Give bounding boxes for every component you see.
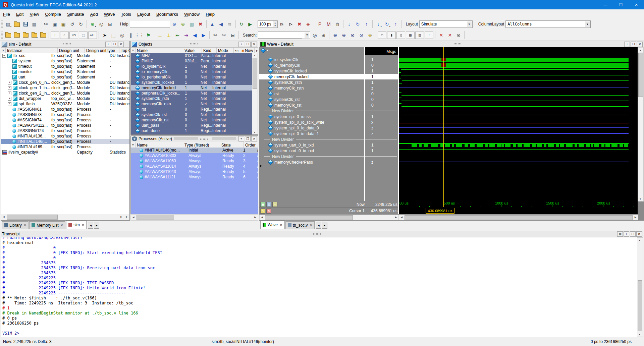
wave-signal-row[interactable]: system_spi_0_io_data_1z [259, 131, 398, 136]
zoom-full-icon[interactable]: ⊗ [348, 31, 357, 39]
sim-tree-row[interactable]: #INITIAL#146(...tb_soc(fast)Process- [1, 139, 129, 144]
save-icon[interactable] [21, 20, 30, 28]
sim-tree-row[interactable]: #INITIAL#169...tb_soc(fast)Process- [1, 144, 129, 150]
compile-icon[interactable]: ⊛ [170, 20, 178, 28]
tab-scroll-icon[interactable]: ▶ [322, 223, 327, 229]
expand-all-icon[interactable]: ⊞ [266, 202, 271, 207]
wave-panel-float-button[interactable]: ❒ [631, 42, 636, 47]
cursor-time-box[interactable]: 436.689981 us [426, 208, 454, 214]
objects-panel-close-button[interactable]: ✕ [251, 42, 257, 47]
tab-close-icon[interactable]: ✕ [61, 224, 63, 227]
sim-tree-row[interactable]: +dut_wrappertop_soc_w...ModuleDU Instanc… [1, 96, 129, 101]
tree-expander-icon[interactable]: + [8, 102, 11, 106]
step-over-icon[interactable]: ↻ [354, 20, 362, 28]
sim-tree-row[interactable]: monitortb_soc(fast)Statement- [1, 69, 129, 74]
objects-vscrollbar[interactable]: ▲ ▼ [252, 53, 258, 134]
menu-edit[interactable]: Edit [13, 10, 26, 18]
menu-tools[interactable]: Tools [118, 10, 134, 18]
sim-tree-row[interactable]: #ASSIGN#74tb_soc(fast)Process- [1, 117, 129, 123]
break-icon[interactable]: ✖ [296, 20, 304, 28]
wave-signal-row[interactable]: rst0 [259, 91, 398, 97]
tab-scroll-icon[interactable]: ◀ [316, 223, 321, 229]
search-dropdown[interactable]: ▼ [302, 32, 310, 39]
wave-signal-row[interactable]: systemClk_locked1 [259, 68, 398, 74]
processes-panel-float-button[interactable]: ❒ [245, 136, 251, 141]
sim-tree-row[interactable]: #ASSIGN#73tb_soc(fast)Process- [1, 112, 129, 117]
objects-row[interactable]: memoryClk_rstnzNetInternal [131, 101, 258, 107]
sim-tree-row[interactable]: uarttb_soc(fast)Statement- [1, 74, 129, 80]
wave-signal-row[interactable]: memoryClk_rstnz [259, 85, 398, 91]
zoom-in-icon[interactable]: ⊕ [331, 31, 339, 39]
objects-row[interactable]: memoryClk_rst0NetInternal [131, 117, 258, 123]
open-sim-icon[interactable] [4, 31, 12, 39]
new-file-icon[interactable]: ▤▼ [4, 20, 12, 28]
memory-profile-icon[interactable]: ⋒ [333, 20, 341, 28]
sim-tree-row[interactable]: systemtb_soc(fast)Statement- [1, 58, 129, 64]
transcript-prompt[interactable]: VSIM 2> [2, 331, 637, 336]
sim-panel-float-button[interactable]: ❒ [112, 42, 117, 47]
menu-wave[interactable]: Wave [101, 10, 118, 18]
toggle-[interactable]: □ [378, 32, 386, 39]
sim-tree-row[interactable]: +clock_gen_2_in...clock_gen(f...ModuleDU… [1, 91, 129, 96]
objects-row[interactable]: peripheralClk_locke...1NetInternal [131, 91, 258, 96]
find-icon[interactable]: ◎ [97, 20, 105, 28]
wave-signal-row[interactable]: systemClk_rst0 [259, 97, 398, 102]
tab-tb-soc-v[interactable]: tb_soc.v✕ [285, 221, 315, 229]
time-collapse-icon[interactable]: ↤ [234, 48, 240, 53]
copy-icon[interactable]: ▣ [51, 20, 59, 28]
environment-back-icon[interactable]: ◀ [217, 20, 225, 28]
delete-icon[interactable]: ✖ [197, 20, 205, 28]
pause-icon[interactable]: ∥ [127, 31, 135, 39]
step-into-current-icon[interactable]: ↓▼ [374, 20, 382, 28]
processes-panel-close-button[interactable]: ✕ [251, 136, 257, 141]
help-input[interactable] [130, 21, 170, 28]
zoom-mode-icon[interactable]: ◎ [118, 31, 126, 39]
sim-column-1[interactable]: Design unit [58, 48, 85, 53]
paste-icon[interactable]: ▣ [59, 20, 67, 28]
environment-fwd-icon[interactable]: ≋ [226, 20, 234, 28]
profile-pl-icon[interactable]: P [316, 20, 324, 28]
wave-signal-row[interactable]: memoryCheckerPassz [259, 159, 398, 165]
print-icon[interactable]: ▦ [30, 20, 38, 28]
menu-bookmarks[interactable]: Bookmarks [153, 10, 181, 18]
objects-row[interactable]: uart_pass0Regi...Internal [131, 123, 258, 128]
next-transition-icon[interactable]: ⇥ [182, 31, 190, 39]
run-icon[interactable]: ▶ [246, 20, 254, 28]
transcript-log[interactable]: # Loading work.W25Q32JVxxIM(fast)# hexad… [1, 237, 637, 337]
profile-ml-icon[interactable]: M [325, 20, 333, 28]
sim-panel-header[interactable]: sim - Default + ❒ ✕ [1, 41, 129, 48]
processes-row[interactable]: #INITIAL#146(mo...InitialActive1/tb_ [131, 148, 258, 153]
wave-signal-row[interactable]: system_spi_0_io_sclk_writex [259, 119, 398, 125]
signal-light-icon[interactable]: ⚑ [144, 31, 152, 39]
library-icon[interactable]: ▥ [188, 20, 196, 28]
processes-panel-add-button[interactable]: + [238, 136, 244, 141]
reload-icon[interactable] [21, 31, 30, 39]
wave-signal-row[interactable]: memoryClk_rst0 [259, 102, 398, 108]
menu-add[interactable]: Add [87, 10, 101, 18]
wave-signal-row[interactable]: system_uart_0_io_txd1 [259, 142, 398, 148]
sim-tree-row[interactable]: #ASSIGN#61tb_soc(fast)Process- [1, 107, 129, 112]
sim-tree-row[interactable]: #ALWAYS#112...tb_soc(fast)Process- [1, 123, 129, 128]
objects-row[interactable]: systemClk_locked1NetInternal [131, 80, 258, 85]
wave-signal-row[interactable]: system_spi_0_io_ss1 [259, 114, 398, 119]
sim-tree-row[interactable]: #INITIAL#136...tb_soc(fast)Process- [1, 133, 129, 139]
toggle-all[interactable]: ALL [88, 32, 97, 39]
processes-column-2[interactable]: State [220, 142, 244, 148]
maximize-button[interactable]: ❒ [613, 0, 629, 9]
dots-icon[interactable]: ⋮⋮ [136, 31, 144, 39]
cut-icon[interactable]: ✂ [42, 20, 50, 28]
objects-hscrollbar[interactable]: ◀ ▶ [130, 214, 258, 221]
wave-vscrollbar[interactable]: ▲ ▼ [638, 47, 644, 201]
close-button[interactable]: ✕ [629, 0, 644, 9]
wave-signal-row[interactable]: memoryClk_locked1 [259, 74, 398, 79]
prev-transition-icon[interactable]: ⇤ [173, 31, 181, 39]
step-over-current-icon[interactable]: ↻▼ [383, 20, 391, 28]
search-grid-icon[interactable]: ⊞ [319, 31, 327, 39]
group-icon[interactable]: ≡ [272, 202, 277, 207]
wave-signal-row[interactable]: io_memoryClk0 [259, 62, 398, 68]
sim-tree-row[interactable]: −tb_soctb_soc(fast)ModuleDU Instance [1, 53, 129, 58]
expand-icon[interactable]: ⊞ [106, 20, 114, 28]
sim-hscrollbar[interactable]: ◀ ▶ ▶ [1, 214, 129, 220]
wave-cursor-row[interactable]: ✎ ✕ Cursor 1 436.689981 us [259, 207, 398, 214]
now-button[interactable]: ■Now [240, 48, 255, 53]
